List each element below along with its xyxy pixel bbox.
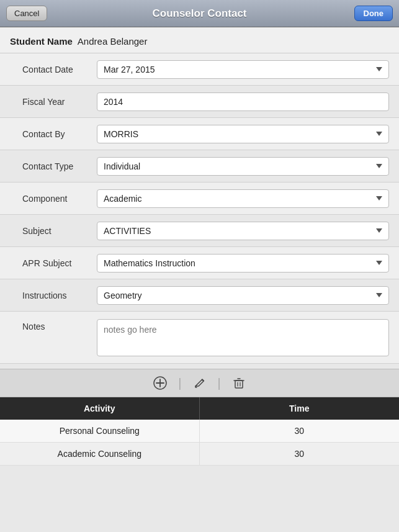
notes-control [97, 319, 389, 358]
fiscal-year-input[interactable] [97, 92, 389, 111]
instructions-select[interactable]: Geometry [97, 286, 389, 305]
edit-button[interactable] [183, 371, 217, 395]
toolbar: | | [0, 369, 399, 397]
contact-type-label: Contact Type [10, 161, 97, 171]
add-button[interactable] [143, 371, 177, 395]
activity-cell: Personal Counseling [0, 420, 200, 442]
component-row: Component Academic [0, 183, 399, 215]
col-time-header: Time [200, 397, 400, 420]
activity-table: Activity Time Personal Counseling 30 Aca… [0, 397, 399, 466]
contact-date-row: Contact Date Mar 27, 2015 [0, 53, 399, 86]
time-cell: 30 [200, 420, 400, 442]
student-name-row: Student Name Andrea Belanger [0, 27, 399, 53]
edit-icon [193, 376, 207, 390]
notes-textarea[interactable] [97, 319, 389, 356]
fiscal-year-control [97, 92, 389, 111]
table-body: Personal Counseling 30 Academic Counseli… [0, 420, 399, 466]
contact-by-control: MORRIS [97, 125, 389, 143]
cancel-button[interactable]: Cancel [6, 6, 47, 21]
done-button[interactable]: Done [354, 6, 393, 21]
instructions-control: Geometry [97, 286, 389, 305]
instructions-label: Instructions [10, 291, 97, 300]
contact-type-control: Individual [97, 157, 389, 176]
header: Cancel Counselor Contact Done [0, 0, 399, 27]
col-activity-header: Activity [0, 397, 200, 420]
contact-date-label: Contact Date [10, 65, 97, 74]
component-select[interactable]: Academic [97, 189, 389, 208]
contact-by-select[interactable]: MORRIS [97, 125, 389, 143]
notes-row: Notes [0, 312, 399, 364]
table-header: Activity Time [0, 397, 399, 420]
divider-2: | [217, 377, 222, 389]
contact-type-select[interactable]: Individual [97, 157, 389, 176]
fiscal-year-label: Fiscal Year [10, 97, 97, 107]
subject-label: Subject [10, 226, 97, 236]
contact-date-control: Mar 27, 2015 [97, 60, 389, 79]
form-area: Contact Date Mar 27, 2015 Fiscal Year Co… [0, 53, 399, 369]
subject-select[interactable]: ACTIVITIES [97, 222, 389, 240]
activity-cell: Academic Counseling [0, 443, 200, 465]
student-name-value: Andrea Belanger [78, 36, 148, 47]
apr-subject-control: Mathematics Instruction [97, 254, 389, 273]
divider-1: | [177, 377, 182, 389]
component-control: Academic [97, 189, 389, 208]
contact-by-row: Contact By MORRIS [0, 118, 399, 150]
component-label: Component [10, 194, 97, 204]
instructions-row: Instructions Geometry [0, 279, 399, 312]
table-row[interactable]: Academic Counseling 30 [0, 443, 399, 466]
apr-subject-row: APR Subject Mathematics Instruction [0, 247, 399, 279]
subject-control: ACTIVITIES [97, 222, 389, 240]
svg-rect-3 [235, 381, 243, 388]
subject-row: Subject ACTIVITIES [0, 215, 399, 247]
fiscal-year-row: Fiscal Year [0, 86, 399, 118]
trash-icon [232, 376, 246, 390]
student-name-label: Student Name [10, 36, 73, 47]
apr-subject-select[interactable]: Mathematics Instruction [97, 254, 389, 273]
add-icon [153, 376, 167, 390]
time-cell: 30 [200, 443, 400, 465]
page-title: Counselor Contact [152, 7, 246, 20]
contact-type-row: Contact Type Individual [0, 150, 399, 183]
contact-date-select[interactable]: Mar 27, 2015 [97, 60, 389, 79]
table-row[interactable]: Personal Counseling 30 [0, 420, 399, 443]
delete-button[interactable] [222, 371, 256, 395]
contact-by-label: Contact By [10, 129, 97, 139]
notes-label: Notes [10, 319, 97, 331]
apr-subject-label: APR Subject [10, 258, 97, 268]
